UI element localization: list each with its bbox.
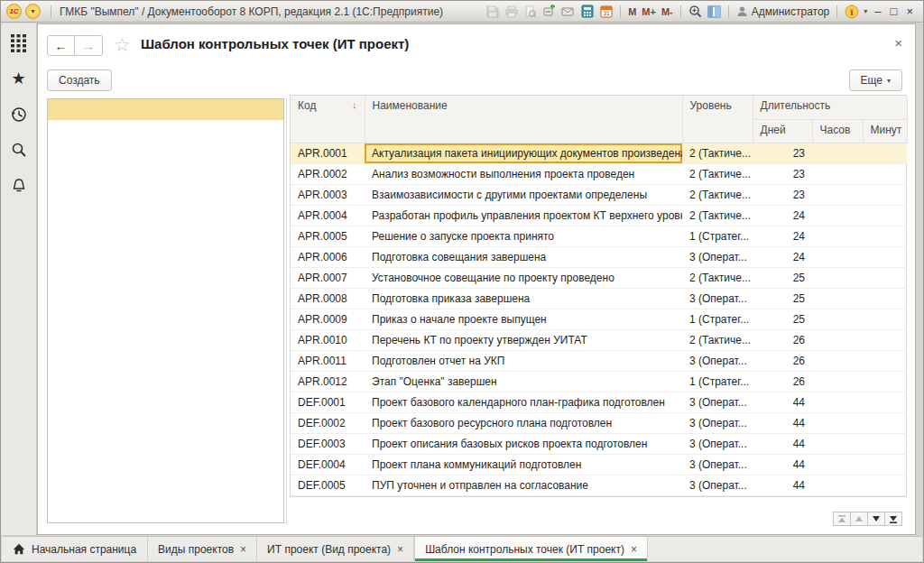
sort-descending-icon: ↓ [352, 99, 357, 110]
group-list-item[interactable] [48, 99, 283, 120]
go-up-icon[interactable] [850, 512, 868, 526]
tab-item[interactable]: ИТ проект (Вид проекта) × [257, 537, 414, 561]
group-list-item[interactable] [48, 245, 283, 265]
group-list-item[interactable] [48, 307, 283, 328]
minimize-button[interactable]: – [874, 5, 881, 17]
group-list-item[interactable] [48, 328, 283, 348]
table-row[interactable]: APR.0011 Подготовлен отчет на УКП 3 (Опе… [291, 350, 907, 371]
group-list-item[interactable] [48, 203, 283, 224]
tab-item[interactable]: Виды проектов × [148, 537, 257, 561]
memory-recall-button[interactable]: М [628, 6, 636, 17]
main-menu-icon[interactable]: ▾ [25, 4, 41, 19]
table-row[interactable]: APR.0008 Подготовка приказа завершена 3 … [291, 288, 907, 309]
history-icon[interactable] [10, 105, 28, 123]
table-row[interactable]: APR.0009 Приказ о начале проекте выпущен… [291, 309, 907, 329]
divider [51, 5, 51, 18]
table-row[interactable]: APR.0006 Подготовка совещания завершена … [291, 246, 907, 267]
group-list-item[interactable] [48, 120, 283, 141]
maximize-button[interactable]: □ [891, 5, 898, 17]
cell-code: DEF.0003 [291, 433, 365, 454]
info-icon[interactable]: i [844, 4, 859, 19]
table-row[interactable]: APR.0005 Решение о запуске проекта приня… [291, 226, 907, 246]
close-window-button[interactable]: × [906, 5, 913, 17]
tab-close-icon[interactable]: × [397, 543, 403, 556]
divider [836, 5, 837, 18]
group-list-item[interactable] [48, 265, 283, 286]
cell-hours [812, 246, 863, 267]
cell-code: APR.0001 [291, 143, 365, 163]
cell-name: Проект описания базовых рисков проекта п… [365, 433, 682, 454]
cell-level: 2 (Тактиче... [682, 329, 753, 350]
current-user[interactable]: Администратор [736, 5, 830, 18]
calculator-icon[interactable] [579, 4, 595, 19]
cell-minutes [863, 433, 907, 454]
tab-close-icon[interactable]: × [631, 543, 637, 556]
save-icon[interactable] [485, 4, 500, 19]
table-row[interactable]: DEF.0001 Проект базового календарного пл… [291, 392, 907, 412]
print-preview-icon[interactable] [522, 4, 538, 19]
memory-add-button[interactable]: М+ [642, 6, 656, 17]
search-icon[interactable] [10, 141, 28, 159]
menu-grid-icon[interactable] [10, 34, 28, 52]
column-header-duration[interactable]: Длительность [753, 96, 907, 119]
cell-level: 1 (Стратег... [682, 309, 753, 329]
table-row[interactable]: DEF.0003 Проект описания базовых рисков … [291, 433, 907, 454]
print-icon[interactable] [504, 4, 519, 19]
group-list-item[interactable] [48, 162, 283, 182]
group-list-item[interactable] [48, 141, 283, 162]
group-list-item[interactable] [48, 286, 283, 307]
table-row[interactable]: APR.0004 Разработан профиль управления п… [291, 205, 907, 226]
column-header-name[interactable]: Наименование [365, 96, 682, 143]
more-button-label: Еще [861, 74, 882, 87]
tab-item[interactable]: Шаблон контрольных точек (ИТ проект) × [414, 537, 648, 561]
cell-level: 2 (Тактиче... [682, 205, 753, 226]
favorites-star-icon[interactable]: ★ [11, 70, 25, 87]
column-header-code[interactable]: Код ↓ [291, 96, 365, 143]
cell-name: Разработан профиль управления проектом К… [365, 205, 682, 226]
table-row[interactable]: APR.0003 Взаимозависимости с другими про… [291, 184, 907, 205]
tab-close-icon[interactable]: × [240, 543, 246, 556]
cell-days: 24 [753, 205, 812, 226]
notifications-bell-icon[interactable] [10, 177, 28, 195]
send-icon[interactable] [560, 4, 576, 19]
back-button[interactable]: ← [47, 35, 75, 56]
cell-days: 26 [753, 329, 812, 350]
table-row[interactable]: APR.0012 Этап "Оценка" завершен 1 (Страт… [291, 371, 907, 392]
table-row[interactable]: DEF.0005 ПУП уточнен и отправлен на согл… [291, 475, 907, 495]
table-row[interactable]: DEF.0002 Проект базового ресурсного план… [291, 412, 907, 433]
panels-icon[interactable] [707, 4, 722, 19]
close-page-icon[interactable]: × [894, 35, 902, 51]
table-row[interactable]: APR.0002 Анализ возможности выполнения п… [291, 163, 907, 184]
table-row[interactable]: APR.0007 Установочное совещание по проек… [291, 267, 907, 288]
cell-hours [812, 433, 863, 454]
group-list-item[interactable] [48, 224, 283, 245]
cell-minutes [863, 205, 907, 226]
column-header-hours[interactable]: Часов [812, 119, 863, 143]
panel-splitter[interactable] [286, 98, 288, 523]
go-down-icon[interactable] [867, 512, 885, 526]
table-row[interactable]: DEF.0004 Проект плана коммуникаций подго… [291, 454, 907, 475]
table-row[interactable]: APR.0010 Перечень КТ по проекту утвержде… [291, 329, 907, 350]
cell-minutes [863, 163, 907, 184]
zoom-icon[interactable] [688, 4, 703, 19]
go-first-icon[interactable] [833, 512, 851, 526]
column-header-level[interactable]: Уровень [682, 96, 753, 143]
create-button[interactable]: Создать [47, 69, 112, 91]
go-last-icon[interactable] [884, 512, 902, 526]
more-button[interactable]: Еще ▾ [849, 69, 902, 91]
group-list-item[interactable] [48, 182, 283, 203]
column-header-days[interactable]: Дней [753, 119, 812, 143]
tab-label: Виды проектов [158, 543, 234, 556]
cell-days: 44 [753, 412, 812, 433]
tab-home[interactable]: Начальная страница [2, 537, 148, 561]
chevron-down-icon[interactable]: ▾ [864, 7, 867, 15]
memory-subtract-button[interactable]: М- [661, 6, 673, 17]
table-row[interactable]: APR.0001 Актуализация пакета инициирующи… [291, 143, 907, 163]
column-header-minutes[interactable]: Минут [863, 119, 907, 143]
favorite-toggle-icon[interactable]: ☆ [114, 35, 131, 54]
attach-file-icon[interactable] [541, 4, 557, 19]
svg-text:31: 31 [603, 10, 610, 16]
cell-minutes [863, 475, 907, 495]
forward-button[interactable]: → [75, 35, 103, 56]
calendar-icon[interactable]: 31 [598, 4, 614, 19]
